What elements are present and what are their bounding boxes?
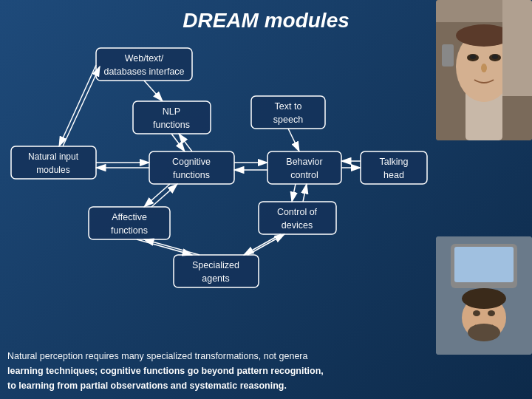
- svg-point-5: [470, 55, 476, 59]
- svg-text:databases interface: databases interface: [103, 66, 184, 77]
- robot-image: [436, 0, 532, 140]
- svg-text:Control of: Control of: [277, 207, 318, 217]
- svg-rect-15: [454, 247, 514, 282]
- svg-line-67: [137, 239, 192, 255]
- svg-text:speech: speech: [273, 115, 303, 125]
- svg-line-51: [171, 134, 185, 151]
- bottom-text-block: Natural perception requires many special…: [7, 349, 429, 393]
- svg-line-71: [59, 65, 96, 146]
- svg-point-6: [492, 55, 498, 59]
- svg-text:agents: agents: [202, 273, 230, 284]
- svg-text:Natural input: Natural input: [28, 151, 79, 162]
- svg-line-63: [303, 184, 307, 202]
- svg-line-69: [244, 234, 281, 255]
- svg-text:Talking: Talking: [380, 157, 409, 167]
- svg-text:Affective: Affective: [112, 212, 147, 222]
- svg-point-20: [468, 324, 500, 341]
- svg-line-72: [63, 66, 100, 146]
- svg-text:NLP: NLP: [163, 106, 180, 117]
- svg-point-18: [488, 310, 495, 316]
- svg-text:head: head: [383, 170, 404, 180]
- svg-point-19: [462, 288, 506, 309]
- svg-text:Behavior: Behavior: [286, 157, 322, 167]
- svg-text:functions: functions: [153, 120, 190, 130]
- svg-text:devices: devices: [282, 220, 313, 231]
- svg-line-26: [144, 81, 163, 101]
- svg-line-57: [144, 184, 170, 207]
- svg-text:Text to: Text to: [275, 101, 302, 112]
- svg-point-17: [473, 310, 480, 316]
- svg-text:control: control: [290, 170, 318, 180]
- bottom-line3: to learning from partial observations an…: [7, 381, 287, 391]
- svg-rect-12: [502, 0, 532, 96]
- diagram-svg: Web/text/ databases interface NLP functi…: [7, 41, 443, 307]
- svg-text:functions: functions: [111, 225, 148, 236]
- svg-line-52: [179, 134, 192, 151]
- phone-image: [436, 236, 532, 355]
- svg-line-62: [292, 184, 296, 202]
- svg-line-70: [248, 234, 284, 255]
- svg-text:Specialized: Specialized: [192, 260, 239, 270]
- svg-rect-8: [442, 44, 454, 66]
- bottom-line2: learning techniques; cognitive functions…: [7, 366, 324, 376]
- svg-text:modules: modules: [36, 165, 69, 175]
- svg-text:Cognitive: Cognitive: [172, 157, 211, 167]
- svg-line-53: [288, 129, 299, 151]
- slide: DREAM modules: [0, 0, 532, 399]
- svg-line-58: [151, 184, 177, 207]
- svg-line-68: [144, 239, 200, 255]
- svg-point-7: [481, 64, 487, 72]
- bottom-line1: Natural perception requires many special…: [7, 351, 307, 361]
- svg-text:functions: functions: [173, 170, 210, 180]
- svg-text:Web/text/: Web/text/: [125, 53, 164, 64]
